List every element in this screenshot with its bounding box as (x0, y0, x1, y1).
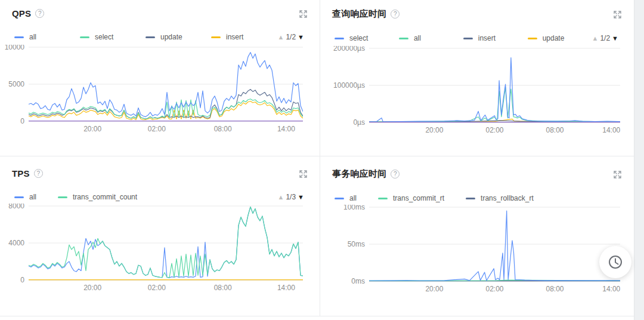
x-axis-label: 02:00 (148, 125, 166, 133)
time-history-button[interactable] (599, 246, 631, 278)
legend-label: trans_rollback_rt (481, 194, 534, 202)
legend-pager: ▲1/2▼ (592, 34, 618, 42)
legend-item-all[interactable]: all (335, 194, 357, 202)
legend-label: all (414, 34, 421, 42)
legend-label: all (29, 193, 36, 201)
trans-rt-chart[interactable]: 100ms50ms0ms20:0002:0008:0014:00 (320, 205, 620, 294)
legend-marker (211, 36, 221, 38)
legend-item-insert[interactable]: insert (211, 33, 277, 41)
panel-header: 查询响应时间? (332, 8, 622, 20)
panel-title: TPS (12, 168, 30, 179)
fullscreen-icon[interactable] (299, 170, 308, 178)
legend-pager-text: 1/3 (286, 193, 296, 201)
legend-item-select[interactable]: select (80, 33, 145, 41)
x-axis-label: 20:00 (425, 285, 443, 293)
tps-chart[interactable]: 80004000020:0002:0008:0014:00 (0, 204, 303, 293)
x-axis-label: 14:00 (602, 126, 620, 134)
x-axis-label: 20:00 (425, 126, 443, 134)
help-icon[interactable]: ? (391, 170, 400, 179)
help-icon[interactable]: ? (35, 9, 44, 18)
x-axis-label: 14:00 (277, 125, 295, 133)
legend-pager-down-icon[interactable]: ▼ (612, 35, 618, 42)
series-line-all (29, 53, 303, 117)
legend-item-update[interactable]: update (528, 34, 592, 42)
legend-marker (463, 38, 473, 39)
legend: alltrans_commit_rttrans_rollback_rt (335, 194, 618, 202)
legend-pager-up-icon[interactable]: ▲ (278, 33, 284, 41)
legend-item-insert[interactable]: insert (463, 34, 528, 42)
legend-item-trans_commit_count[interactable]: trans_commit_count (58, 193, 137, 201)
legend-pager-text: 1/2 (286, 33, 296, 41)
x-axis-label: 20:00 (83, 125, 101, 133)
legend-marker (466, 198, 475, 199)
y-axis-label: 10000 (5, 45, 25, 51)
qps-chart[interactable]: 100005000020:0002:0008:0014:00 (0, 45, 303, 134)
panel-title: 查询响应时间 (332, 8, 386, 20)
x-axis-label: 20:00 (83, 284, 101, 292)
legend-item-select[interactable]: select (335, 34, 399, 42)
legend-item-all[interactable]: all (399, 34, 463, 42)
y-axis-label: 200000µs (333, 46, 365, 53)
fullscreen-icon[interactable] (614, 170, 622, 179)
query-rt-chart[interactable]: 200000µs100000µs0µs20:0002:0008:0014:00 (320, 46, 620, 136)
query-response-time-panel: 查询响应时间?selectallinsertupdate▲1/2▼200000µ… (320, 0, 634, 156)
legend-label: all (349, 194, 357, 202)
legend-pager-up-icon[interactable]: ▲ (592, 35, 599, 42)
qps-panel: QPS?allselectupdateinsert▲1/2▼1000050000… (0, 0, 320, 156)
legend-marker (58, 196, 67, 198)
panel-title: QPS (12, 8, 31, 19)
legend-item-all[interactable]: all (14, 193, 36, 201)
tps-panel: TPS?alltrans_commit_count▲1/3▼8000400002… (0, 156, 320, 316)
legend-pager: ▲1/3▼ (278, 193, 304, 201)
fullscreen-icon[interactable] (614, 10, 622, 19)
x-axis-label: 14:00 (602, 285, 620, 293)
legend-pager-down-icon[interactable]: ▼ (298, 193, 304, 201)
legend-label: select (95, 33, 113, 41)
legend-label: trans_commit_rt (393, 194, 444, 202)
panel-header: QPS? (12, 8, 308, 19)
y-axis-label: 0 (20, 276, 24, 284)
help-icon[interactable]: ? (391, 10, 400, 19)
x-axis-label: 08:00 (214, 125, 232, 133)
legend-label: select (349, 34, 368, 42)
x-axis-label: 02:00 (485, 126, 503, 134)
panel-title: 事务响应时间 (332, 168, 386, 180)
legend: selectallinsertupdate▲1/2▼ (335, 34, 618, 42)
y-axis-label: 5000 (8, 80, 24, 88)
page-background-strip (634, 0, 644, 320)
x-axis-label: 14:00 (277, 284, 295, 292)
legend-label: update (160, 33, 182, 41)
legend-pager-up-icon[interactable]: ▲ (278, 193, 284, 201)
panel-header: TPS? (12, 168, 308, 179)
x-axis-label: 02:00 (148, 284, 166, 292)
legend-label: insert (226, 33, 243, 41)
legend-marker (335, 198, 344, 199)
legend-marker (14, 196, 24, 198)
legend-label: trans_commit_count (73, 193, 137, 201)
legend-marker (528, 38, 537, 39)
legend-marker (335, 38, 344, 39)
legend-label: insert (478, 34, 496, 42)
series-line-trans_commit_count (29, 207, 303, 278)
y-axis-label: 0ms (351, 277, 365, 285)
legend-item-all[interactable]: all (14, 33, 80, 41)
series-line-all (369, 211, 620, 281)
legend-label: all (29, 33, 36, 41)
legend-pager-down-icon[interactable]: ▼ (298, 33, 304, 41)
x-axis-label: 02:00 (485, 285, 503, 293)
legend-item-trans_rollback_rt[interactable]: trans_rollback_rt (466, 194, 534, 202)
legend-item-trans_commit_rt[interactable]: trans_commit_rt (378, 194, 444, 202)
x-axis-label: 08:00 (214, 284, 232, 292)
legend-item-update[interactable]: update (145, 33, 211, 41)
y-axis-label: 100000µs (333, 81, 365, 90)
y-axis-label: 8000 (8, 204, 24, 210)
y-axis-label: 50ms (348, 240, 365, 248)
help-icon[interactable]: ? (34, 169, 43, 178)
legend-marker (145, 36, 155, 38)
legend: alltrans_commit_count▲1/3▼ (14, 193, 304, 201)
y-axis-label: 100ms (343, 205, 365, 211)
legend-label: update (543, 34, 565, 42)
legend-marker (378, 198, 388, 199)
y-axis-label: 4000 (8, 239, 24, 247)
fullscreen-icon[interactable] (299, 10, 308, 18)
